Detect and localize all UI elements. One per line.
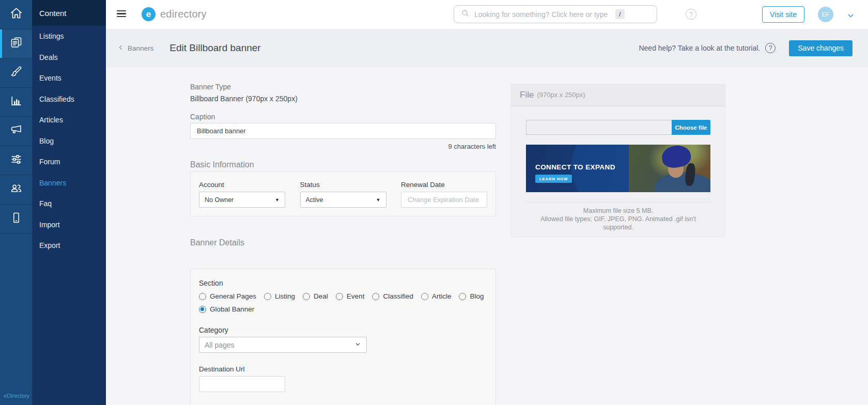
radio-global-banner[interactable]: Global Banner — [199, 305, 254, 313]
account-select[interactable]: No Owner ▼ — [199, 192, 285, 208]
max-file-size-note: Maximum file size 5 MB. — [526, 207, 710, 215]
rail-item-reports[interactable] — [0, 88, 32, 117]
hamburger-menu-icon[interactable] — [117, 10, 126, 18]
banner-preview-image: CONNECT TO EXPAND LEARN HOW — [526, 145, 710, 192]
status-selected-value: Active — [306, 196, 323, 204]
radio-circle-icon — [421, 293, 428, 300]
logo-text: edirectory — [160, 8, 207, 20]
radio-general-pages[interactable]: General Pages — [199, 292, 256, 300]
menu-item-faq[interactable]: Faq — [32, 193, 106, 214]
page-header-band: Banners Edit Billboard banner Need help?… — [106, 29, 868, 67]
file-name-field[interactable] — [526, 120, 672, 135]
banner-details-card: Section General Pages Listing Deal Event… — [190, 269, 496, 405]
radio-deal[interactable]: Deal — [303, 292, 328, 300]
rail-item-mobile[interactable] — [0, 205, 32, 234]
caption-input[interactable] — [190, 123, 496, 139]
basic-information-card: Account No Owner ▼ Status Active ▼ Renew… — [190, 172, 496, 216]
avatar[interactable]: EF — [818, 7, 833, 22]
chevron-left-icon — [118, 43, 124, 53]
menu-item-banners[interactable]: Banners — [32, 173, 106, 194]
menu-item-deals[interactable]: Deals — [32, 47, 106, 68]
banner-type-value: Billboard Banner (970px x 250px) — [190, 94, 496, 104]
account-label: Account — [199, 180, 285, 190]
status-select[interactable]: Active ▼ — [300, 192, 386, 208]
radio-article[interactable]: Article — [421, 292, 452, 300]
breadcrumb[interactable]: Banners — [118, 43, 153, 53]
page-title: Edit Billboard banner — [169, 42, 260, 54]
breadcrumb-label: Banners — [128, 44, 153, 52]
banner-details-title: Banner Details — [190, 238, 496, 248]
search-input[interactable] — [474, 10, 657, 19]
file-panel-header: File (970px x 250px) — [510, 84, 726, 106]
global-search: / — [454, 5, 657, 23]
rail-item-home[interactable] — [0, 0, 32, 29]
destination-url-input[interactable] — [199, 376, 285, 392]
visit-site-button[interactable]: Visit site — [762, 6, 804, 23]
rail-item-members[interactable] — [0, 175, 32, 205]
menu-item-events[interactable]: Events — [32, 68, 106, 89]
radio-circle-icon — [336, 293, 343, 300]
section-label: Section — [199, 278, 487, 288]
caret-down-icon: ▼ — [376, 197, 381, 202]
destination-url-label: Destination Url — [199, 365, 487, 374]
search-icon — [454, 9, 474, 20]
basic-information-title: Basic Information — [190, 160, 496, 170]
banner-type-label: Banner Type — [190, 82, 496, 92]
radio-selected-icon — [199, 306, 206, 313]
menu-item-blog[interactable]: Blog — [32, 131, 106, 152]
preview-cta-button: LEARN HOW — [535, 175, 572, 183]
category-select[interactable]: All pages — [199, 337, 367, 353]
mobile-phone-icon — [9, 211, 23, 227]
tutorial-help-icon[interactable]: ? — [765, 43, 776, 53]
rail-item-design[interactable] — [0, 58, 32, 88]
topbar: e edirectory / ? Visit site EF — [106, 0, 868, 29]
radio-circle-icon — [199, 293, 206, 300]
rail-item-settings[interactable] — [0, 146, 32, 176]
icon-rail: eDirectory — [0, 0, 32, 405]
menu-item-import[interactable]: Import — [32, 214, 106, 236]
chevron-down-icon[interactable] — [846, 11, 855, 22]
menu-item-listings[interactable]: Listings — [32, 26, 106, 47]
radio-event[interactable]: Event — [336, 292, 365, 300]
preview-headline: CONNECT TO EXPAND — [535, 163, 615, 171]
renewal-date-input[interactable] — [401, 192, 487, 208]
content-menu: Content Listings Deals Events Classified… — [32, 0, 106, 405]
help-icon[interactable]: ? — [686, 9, 696, 20]
file-panel-dimensions: (970px x 250px) — [537, 91, 585, 99]
choose-file-button[interactable]: Choose file — [672, 120, 710, 135]
menu-item-export[interactable]: Export — [32, 235, 106, 256]
radio-classified[interactable]: Classified — [372, 292, 413, 300]
menu-item-articles[interactable]: Articles — [32, 110, 106, 131]
file-upload-panel: File (970px x 250px) Choose file CONNECT… — [510, 84, 726, 238]
allowed-types-note: Allowed file types: GIF, JPEG, PNG. Anim… — [526, 215, 710, 231]
file-panel-footnotes: Maximum file size 5 MB. Allowed file typ… — [526, 202, 710, 238]
settings-sliders-icon — [9, 152, 23, 168]
radio-listing[interactable]: Listing — [264, 292, 295, 300]
edirectory-logo[interactable]: e edirectory — [142, 7, 207, 21]
caption-label: Caption — [190, 112, 496, 122]
radio-circle-icon — [372, 293, 379, 300]
rail-item-content[interactable] — [0, 29, 32, 59]
menu-item-classifieds[interactable]: Classifieds — [32, 89, 106, 110]
file-panel-title: File — [520, 90, 534, 100]
radio-circle-icon — [459, 293, 466, 300]
status-label: Status — [300, 180, 386, 190]
preview-person-body — [655, 173, 710, 192]
main-content: Banner Type Billboard Banner (970px x 25… — [106, 67, 868, 405]
rail-item-promote[interactable] — [0, 117, 32, 146]
menu-item-forum[interactable]: Forum — [32, 151, 106, 173]
radio-blog[interactable]: Blog — [459, 292, 484, 300]
design-brush-icon — [9, 65, 23, 81]
chevron-down-icon — [354, 341, 361, 349]
category-label: Category — [199, 325, 487, 335]
logo-badge: e — [142, 7, 156, 21]
renewal-date-label: Renewal Date — [401, 180, 487, 190]
banner-form: Banner Type Billboard Banner (970px x 25… — [190, 67, 496, 405]
radio-circle-icon — [303, 293, 310, 300]
promote-megaphone-icon — [9, 123, 23, 139]
save-changes-button[interactable]: Save changes — [789, 40, 853, 56]
characters-left-counter: 9 characters left — [190, 143, 496, 151]
tutorial-help-text: Need help? Take a look at the tutorial. — [639, 44, 760, 52]
reports-chart-icon — [9, 94, 23, 110]
radio-circle-icon — [264, 293, 271, 300]
